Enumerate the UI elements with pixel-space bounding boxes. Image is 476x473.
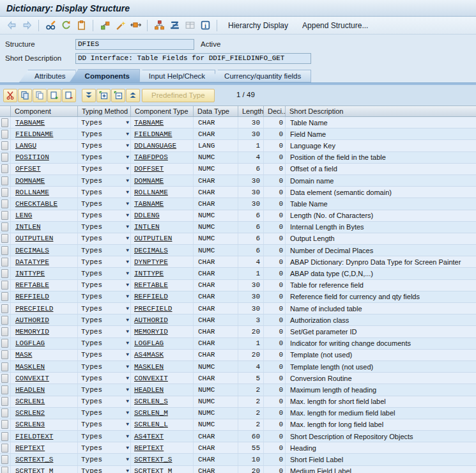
typing-method-dropdown[interactable]: Types▼ [78, 233, 131, 244]
column-header-data-type[interactable]: Data Type [194, 106, 238, 116]
component-cell[interactable]: SCRTEXT_S [11, 454, 78, 465]
row-select-button[interactable] [1, 420, 8, 429]
typing-method-dropdown[interactable]: Types▼ [78, 117, 131, 128]
row-select-button[interactable] [1, 316, 8, 325]
component-type-link[interactable]: DOFFSET [134, 165, 164, 173]
component-type-cell[interactable]: DYNPTYPE [131, 256, 194, 267]
refresh-icon[interactable] [59, 19, 72, 32]
typing-method-dropdown[interactable]: Types▼ [78, 303, 131, 314]
component-cell[interactable]: LENG [11, 210, 78, 221]
row-selector[interactable] [0, 373, 11, 384]
row-selector[interactable] [0, 175, 11, 186]
component-type-cell[interactable]: DOFFSET [131, 164, 194, 174]
row-select-button[interactable] [1, 304, 8, 313]
row-selector[interactable] [0, 187, 11, 198]
component-type-cell[interactable]: SCRTEXT_M [131, 466, 194, 473]
typing-method-dropdown[interactable]: Types▼ [78, 291, 131, 302]
row-select-button[interactable] [1, 455, 8, 464]
component-type-cell[interactable]: AUTHORID [131, 314, 194, 325]
component-cell[interactable]: SCRTEXT_M [11, 466, 78, 473]
component-cell[interactable]: DECIMALS [11, 245, 78, 256]
component-type-link[interactable]: AS4MASK [134, 351, 164, 359]
component-type-cell[interactable]: DDLANGUAGE [131, 140, 194, 151]
component-link[interactable]: SCRLEN1 [15, 398, 45, 405]
component-link[interactable]: MASK [15, 351, 32, 359]
typing-method-dropdown[interactable]: Types▼ [78, 326, 131, 337]
component-cell[interactable]: HEADLEN [11, 384, 78, 395]
row-select-button[interactable] [1, 339, 8, 348]
component-cell[interactable]: SCRLEN2 [11, 408, 78, 419]
insert-row-icon[interactable] [47, 89, 61, 102]
row-select-button[interactable] [1, 234, 8, 243]
typing-method-dropdown[interactable]: Types▼ [78, 384, 131, 395]
component-type-link[interactable]: SCRLEN_S [134, 398, 168, 405]
component-type-cell[interactable]: FIELDNAME [131, 128, 194, 139]
component-type-link[interactable]: REFTABLE [134, 281, 168, 289]
component-type-cell[interactable]: OUTPUTLEN [131, 233, 194, 244]
component-type-link[interactable]: SCRTEXT_S [134, 456, 172, 463]
hierarchy-display-button[interactable]: Hierarchy Display [222, 19, 294, 32]
row-selector[interactable] [0, 384, 11, 395]
component-cell[interactable]: REFTABLE [11, 280, 78, 291]
component-link[interactable]: SCRLEN2 [15, 409, 45, 417]
typing-method-dropdown[interactable]: Types▼ [78, 280, 131, 291]
tab-components[interactable]: Components [70, 69, 140, 82]
typing-method-dropdown[interactable]: Types▼ [78, 152, 131, 163]
component-type-cell[interactable]: AS4MASK [131, 350, 194, 361]
display-change-icon[interactable] [44, 19, 57, 32]
hierarchy-icon[interactable] [153, 19, 165, 32]
row-select-button[interactable] [1, 444, 8, 453]
component-type-cell[interactable]: MASKLEN [131, 361, 194, 372]
component-type-link[interactable]: DDLENG [134, 212, 160, 219]
typing-method-dropdown[interactable]: Types▼ [78, 198, 131, 209]
component-type-cell[interactable]: REFFIELD [131, 291, 194, 302]
row-select-button[interactable] [1, 153, 8, 162]
row-selector[interactable] [0, 117, 11, 128]
component-type-cell[interactable]: AS4TEXT [131, 431, 194, 442]
component-link[interactable]: AUTHORID [15, 316, 49, 324]
component-type-link[interactable]: SCRLEN_L [134, 421, 168, 428]
row-selector[interactable] [0, 350, 11, 361]
row-select-button[interactable] [1, 374, 8, 383]
component-link[interactable]: CHECKTABLE [15, 200, 58, 208]
copy-rows-icon[interactable] [18, 89, 32, 102]
component-type-cell[interactable]: ROLLNAME [131, 187, 194, 198]
typing-method-dropdown[interactable]: Types▼ [78, 350, 131, 361]
info-icon[interactable]: i [199, 19, 211, 32]
typing-method-dropdown[interactable]: Types▼ [78, 338, 131, 349]
component-link[interactable]: SCRTEXT_M [15, 467, 53, 473]
component-type-link[interactable]: MASKLEN [134, 363, 164, 371]
component-cell[interactable]: MASK [11, 350, 78, 361]
typing-method-dropdown[interactable]: Types▼ [78, 396, 131, 407]
typing-method-dropdown[interactable]: Types▼ [78, 314, 131, 325]
where-used-icon[interactable] [98, 19, 111, 32]
component-type-cell[interactable]: INTLEN [131, 222, 194, 233]
component-cell[interactable]: REPTEXT [11, 442, 78, 453]
typing-method-dropdown[interactable]: Types▼ [78, 442, 131, 453]
component-type-link[interactable]: DDLANGUAGE [134, 142, 176, 150]
component-link[interactable]: POSITION [15, 153, 49, 161]
append-structure-button[interactable]: Append Structure... [296, 19, 374, 32]
component-type-cell[interactable]: DDLENG [131, 210, 194, 221]
cut-icon[interactable] [3, 89, 17, 102]
delete-row-icon[interactable] [62, 89, 76, 102]
component-cell[interactable]: LANGU [11, 140, 78, 151]
component-cell[interactable]: CHECKTABLE [11, 198, 78, 209]
typing-method-dropdown[interactable]: Types▼ [78, 245, 131, 256]
copy-icon[interactable] [75, 19, 88, 32]
component-link[interactable]: PRECFIELD [15, 305, 53, 313]
component-cell[interactable]: CONVEXIT [11, 373, 78, 384]
component-type-link[interactable]: REPTEXT [134, 444, 164, 452]
component-type-link[interactable]: FIELDNAME [134, 130, 172, 138]
component-link[interactable]: ROLLNAME [15, 189, 49, 196]
row-selector[interactable] [0, 280, 11, 291]
typing-method-dropdown[interactable]: Types▼ [78, 466, 131, 473]
row-select-button[interactable] [1, 246, 8, 255]
row-select-button[interactable] [1, 164, 8, 173]
component-type-cell[interactable]: MEMORYID [131, 326, 194, 337]
row-select-button[interactable] [1, 292, 8, 301]
component-type-cell[interactable]: SCRTEXT_S [131, 454, 194, 465]
typing-method-dropdown[interactable]: Types▼ [78, 256, 131, 267]
component-link[interactable]: REFFIELD [15, 293, 49, 300]
row-selector[interactable] [0, 198, 11, 209]
